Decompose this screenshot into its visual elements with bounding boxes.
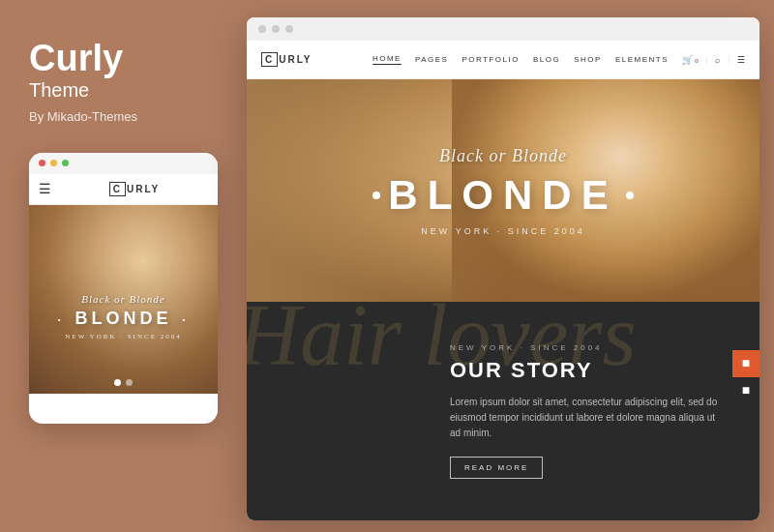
- hero-blonde-text: BLONDE: [372, 172, 633, 219]
- desktop-dot-3: [285, 25, 293, 33]
- desktop-nav-icons: 🛒 0 | ⌕ | ☰: [682, 55, 745, 65]
- hero-since-text: NEW YORK · SINCE 2004: [421, 226, 584, 236]
- nav-link-pages[interactable]: PAGES: [415, 55, 448, 64]
- mobile-logo-c: C: [109, 182, 126, 196]
- hamburger-icon[interactable]: ☰: [39, 181, 51, 197]
- page-dot-1[interactable]: [114, 379, 121, 386]
- desktop-nav-links: HOME PAGES PORTFOLIO BLOG SHOP ELEMENTS: [372, 54, 669, 65]
- desktop-hero-section: Black or Blonde BLONDE NEW YORK · SINCE …: [247, 79, 759, 302]
- mobile-blonde-text: • BLONDE •: [29, 309, 218, 329]
- read-more-button[interactable]: READ MORE: [450, 457, 543, 479]
- search-icon[interactable]: ⌕: [715, 55, 720, 65]
- nav-link-shop[interactable]: SHOP: [574, 55, 602, 64]
- dark-tag: NEW YORK · SINCE 2004: [450, 343, 721, 352]
- page-dot-2[interactable]: [126, 379, 133, 386]
- bullet-right: •: [183, 315, 190, 324]
- desktop-top-bar: [247, 17, 759, 41]
- desktop-hero-overlay: Black or Blonde BLONDE NEW YORK · SINCE …: [247, 79, 759, 302]
- mobile-pagination: [29, 379, 218, 386]
- nav-link-portfolio[interactable]: PORTFOLIO: [461, 55, 520, 64]
- mobile-since: NEW YORK · SINCE 2004: [29, 333, 218, 340]
- desktop-dot-2: [272, 25, 280, 33]
- nav-link-elements[interactable]: ELEMENTS: [615, 55, 669, 64]
- dark-content: NEW YORK · SINCE 2004 OUR STORY Lorem ip…: [247, 314, 759, 508]
- hero-bullet-right: [626, 192, 634, 199]
- desktop-logo-c: C: [261, 52, 278, 67]
- desktop-logo: CURLY: [261, 54, 313, 65]
- dark-body-text: Lorem ipsum dolor sit amet, consectetur …: [450, 395, 721, 441]
- mobile-nav: ☰ CURLY: [29, 174, 218, 205]
- desktop-navbar: CURLY HOME PAGES PORTFOLIO BLOG SHOP ELE…: [247, 41, 759, 79]
- left-panel: Curly Theme By Mikado-Themes ☰ CURLY Bla…: [0, 0, 237, 532]
- nav-divider-2: |: [728, 55, 729, 64]
- dark-heading: OUR STORY: [450, 358, 721, 383]
- mobile-dot-green: [62, 160, 69, 166]
- mobile-top-bar: [29, 153, 218, 174]
- desktop-mockup: CURLY HOME PAGES PORTFOLIO BLOG SHOP ELE…: [247, 17, 759, 520]
- mobile-overlay-text: Black or Blonde • BLONDE • NEW YORK · SI…: [29, 293, 218, 340]
- mobile-logo: CURLY: [109, 184, 161, 194]
- mobile-script-text: Black or Blonde: [29, 293, 218, 305]
- brand-subtitle: Theme: [29, 79, 208, 102]
- mobile-dot-yellow: [50, 160, 57, 166]
- bullet-left: •: [58, 315, 65, 324]
- desktop-dot-1: [258, 25, 266, 33]
- brand-title: Curly: [29, 39, 208, 79]
- desktop-dark-section: Hair lovers NEW YORK · SINCE 2004 OUR ST…: [247, 302, 759, 520]
- brand-by: By Mikado-Themes: [29, 109, 208, 124]
- nav-link-blog[interactable]: BLOG: [533, 55, 560, 64]
- cart-icon[interactable]: 🛒 0: [682, 55, 699, 65]
- hero-bullet-left: [372, 192, 380, 199]
- mobile-hero: Black or Blonde • BLONDE • NEW YORK · SI…: [29, 205, 218, 394]
- mobile-dot-red: [39, 160, 45, 166]
- mobile-mockup: ☰ CURLY Black or Blonde • BLONDE • NEW Y…: [29, 153, 218, 424]
- hero-script-text: Black or Blonde: [439, 146, 567, 166]
- nav-divider: |: [706, 55, 708, 64]
- menu-icon[interactable]: ☰: [737, 55, 745, 65]
- nav-link-home[interactable]: HOME: [372, 54, 402, 65]
